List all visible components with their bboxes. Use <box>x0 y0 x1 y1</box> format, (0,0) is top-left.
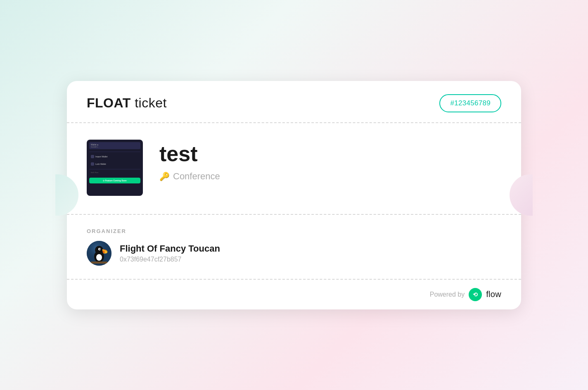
ticket-card-wrapper: FLOAT ticket #123456789 Wallet ● 0x4a8b7… <box>67 81 521 309</box>
ticket-id-badge: #123456789 <box>439 94 501 112</box>
svg-rect-7 <box>91 262 107 264</box>
wallet-ui-simulation: Wallet ● 0x4a8b7c... Import Wallet Lock … <box>87 140 143 196</box>
powered-by-text: Powered by <box>430 291 465 298</box>
ticket-card: FLOAT ticket #123456789 Wallet ● 0x4a8b7… <box>67 81 521 309</box>
event-type: 🔑 Conference <box>159 171 220 182</box>
event-type-label: Conference <box>173 171 220 182</box>
organizer-info: Flight Of Fancy Toucan 0x73f69e47cf27b85… <box>87 241 501 266</box>
svg-point-3 <box>96 254 102 261</box>
flow-text: flow <box>486 290 501 299</box>
organizer-address: 0x73f69e47cf27b857 <box>120 256 220 263</box>
flow-logo-icon: ⟲ <box>473 292 478 297</box>
event-image: Wallet ● 0x4a8b7c... Import Wallet Lock … <box>87 140 143 196</box>
organizer-details: Flight Of Fancy Toucan 0x73f69e47cf27b85… <box>120 243 220 263</box>
organizer-label: ORGANIZER <box>87 228 501 234</box>
float-light-text: ticket <box>131 95 167 110</box>
organizer-name: Flight Of Fancy Toucan <box>120 243 220 254</box>
flow-logo-circle: ⟲ <box>469 288 482 301</box>
organizer-avatar <box>87 241 111 266</box>
card-footer: Powered by ⟲ flow <box>67 280 521 309</box>
card-header: FLOAT ticket #123456789 <box>67 81 521 112</box>
key-icon: 🔑 <box>159 171 170 181</box>
float-bold-text: FLOAT <box>87 95 131 110</box>
card-main: Wallet ● 0x4a8b7c... Import Wallet Lock … <box>67 123 521 214</box>
svg-point-6 <box>100 248 101 250</box>
organizer-section: ORGANIZER <box>67 215 521 279</box>
event-info: test 🔑 Conference <box>159 140 220 182</box>
event-name: test <box>159 143 220 164</box>
float-title: FLOAT ticket <box>87 95 167 111</box>
